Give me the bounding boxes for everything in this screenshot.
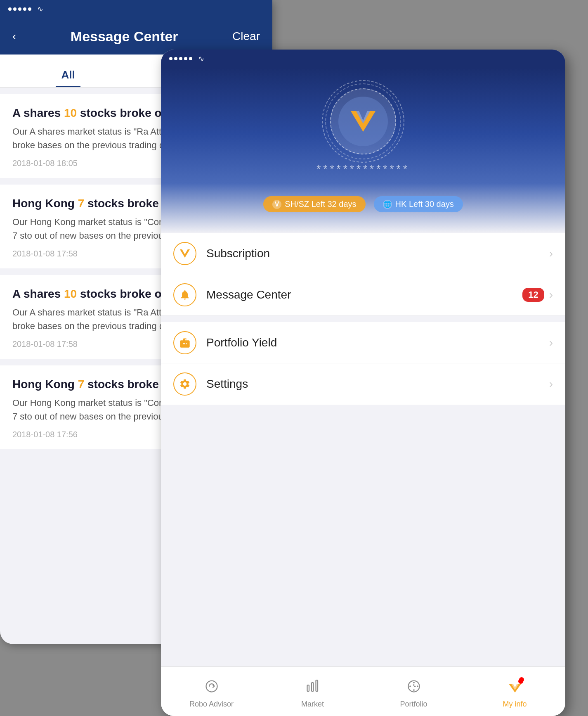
portfolio-yield-icon bbox=[173, 331, 196, 354]
message-center-icon bbox=[173, 283, 196, 306]
tab-my-info[interactable]: My info bbox=[464, 675, 565, 709]
tab-robo-label: Robo Advisor bbox=[189, 700, 234, 709]
dot2 bbox=[13, 7, 17, 11]
settings-icon bbox=[173, 372, 196, 396]
hk-badge-icon: 🌐 bbox=[383, 200, 392, 209]
tab-portfolio-label: Portfolio bbox=[400, 700, 427, 709]
menu-item-settings[interactable]: Settings › bbox=[161, 363, 565, 405]
message-badge-count: 12 bbox=[522, 288, 544, 302]
avatar bbox=[330, 88, 396, 154]
menu-divider-1 bbox=[161, 315, 565, 322]
msg-screen-title: Message Center bbox=[71, 28, 178, 45]
subscription-v-icon bbox=[179, 249, 191, 258]
notification-dot bbox=[518, 679, 523, 684]
mi-dot4 bbox=[184, 57, 187, 60]
portfolio-yield-label: Portfolio Yield bbox=[206, 336, 549, 349]
mi-menu: Subscription › Message Center 12 › Por bbox=[161, 233, 565, 405]
message-center-label: Message Center bbox=[206, 288, 522, 301]
mi-status-dots bbox=[169, 57, 192, 60]
mi-dot2 bbox=[174, 57, 177, 60]
portfolio-icon bbox=[406, 679, 421, 697]
mi-profile-header: ************** V SH/SZ Left 32 days 🌐 HK… bbox=[161, 68, 565, 233]
my-info-svg bbox=[508, 679, 522, 694]
svg-rect-6 bbox=[316, 680, 318, 691]
svg-point-3 bbox=[206, 680, 217, 692]
mi-status-bar: ∿ bbox=[161, 50, 565, 68]
msg-status-bar: ∿ bbox=[0, 0, 272, 18]
tab-market[interactable]: Market bbox=[262, 675, 363, 709]
dot4 bbox=[23, 7, 26, 11]
svg-rect-5 bbox=[312, 683, 314, 691]
subscription-label: Subscription bbox=[206, 247, 549, 260]
mi-dot1 bbox=[169, 57, 172, 60]
tab-all[interactable]: All bbox=[0, 69, 136, 87]
robo-advisor-svg bbox=[204, 679, 219, 694]
dot1 bbox=[8, 7, 12, 11]
badge-shsz: V SH/SZ Left 32 days bbox=[263, 196, 365, 212]
robo-advisor-icon bbox=[204, 679, 219, 697]
gear-icon bbox=[179, 378, 191, 390]
settings-label: Settings bbox=[206, 377, 549, 391]
status-dots bbox=[8, 7, 31, 11]
briefcase-icon bbox=[179, 337, 191, 349]
mi-wifi-icon: ∿ bbox=[198, 54, 204, 63]
menu-item-message-center[interactable]: Message Center 12 › bbox=[161, 274, 565, 315]
tab-robo-advisor[interactable]: Robo Advisor bbox=[161, 675, 262, 709]
my-info-screen: ∿ ************** V SH/SZ Left 32 days bbox=[161, 50, 565, 716]
svg-marker-2 bbox=[180, 249, 190, 258]
svg-rect-4 bbox=[307, 685, 309, 691]
portfolio-svg bbox=[406, 679, 421, 694]
subscription-chevron: › bbox=[549, 247, 553, 260]
my-info-icon bbox=[508, 679, 522, 697]
bottom-tabbar: Robo Advisor Market bbox=[161, 666, 565, 716]
subscription-icon bbox=[173, 242, 196, 265]
bell-icon bbox=[179, 289, 191, 301]
dot5 bbox=[28, 7, 31, 11]
back-button[interactable]: ‹ bbox=[12, 30, 16, 43]
menu-item-portfolio-yield[interactable]: Portfolio Yield › bbox=[161, 322, 565, 363]
shsz-badge-icon: V bbox=[272, 200, 281, 209]
settings-chevron: › bbox=[549, 377, 553, 391]
mi-subscription-badges: V SH/SZ Left 32 days 🌐 HK Left 30 days bbox=[263, 196, 463, 212]
mi-dot3 bbox=[179, 57, 182, 60]
portfolio-yield-chevron: › bbox=[549, 336, 553, 349]
tab-market-label: Market bbox=[301, 700, 324, 709]
avatar-dashes bbox=[322, 80, 404, 163]
dot3 bbox=[18, 7, 21, 11]
mi-username: ************** bbox=[316, 163, 410, 175]
clear-button[interactable]: Clear bbox=[232, 30, 260, 43]
market-icon bbox=[305, 679, 320, 697]
tab-my-info-label: My info bbox=[503, 700, 527, 709]
menu-item-subscription[interactable]: Subscription › bbox=[161, 233, 565, 274]
wifi-icon: ∿ bbox=[37, 5, 43, 14]
mi-dot5 bbox=[189, 57, 192, 60]
market-svg bbox=[305, 679, 320, 694]
msg-header: ‹ Message Center Clear bbox=[0, 18, 272, 55]
badge-hk: 🌐 HK Left 30 days bbox=[374, 196, 463, 212]
message-center-chevron: › bbox=[549, 288, 553, 301]
tab-portfolio[interactable]: Portfolio bbox=[363, 675, 464, 709]
